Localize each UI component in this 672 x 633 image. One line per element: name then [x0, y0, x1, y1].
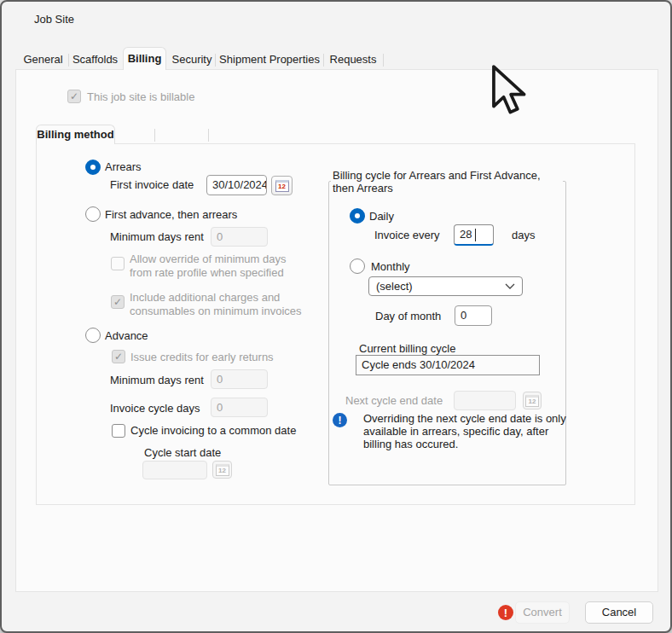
- invoice-every-suffix: days: [512, 229, 535, 241]
- day-of-month-label: Day of month: [375, 310, 441, 322]
- invoice-every-input[interactable]: 28: [454, 224, 494, 246]
- tab-separator: [215, 54, 216, 67]
- current-billing-cycle-box: Cycle ends 30/10/2024: [356, 355, 540, 375]
- mouse-cursor-icon: [489, 64, 528, 117]
- invoice-every-label: Invoice every: [374, 229, 440, 241]
- job-site-dialog: Job Site General Scaffolds Billing Secur…: [0, 0, 672, 633]
- billable-label: This job site is billable: [87, 90, 194, 103]
- tab-shipment-properties[interactable]: Shipment Properties: [217, 50, 322, 69]
- allow-override-label: Allow override of minimum days from rate…: [130, 253, 300, 279]
- arrears-radio[interactable]: [85, 160, 101, 175]
- current-billing-cycle-label: Current billing cycle: [359, 342, 455, 355]
- issue-credits-checkbox: ✓: [112, 350, 125, 363]
- tab-security[interactable]: Security: [170, 50, 214, 69]
- tab-general[interactable]: General: [19, 50, 67, 69]
- monthly-radio[interactable]: [350, 258, 365, 274]
- cycle-invoicing-checkbox[interactable]: [112, 424, 125, 438]
- check-icon: ✓: [114, 351, 123, 362]
- check-icon: ✓: [113, 297, 122, 307]
- tab-separator: [68, 54, 69, 67]
- subtab-separator: [208, 129, 209, 142]
- cycle-start-date-label: Cycle start date: [144, 446, 221, 459]
- calendar-icon: 12: [525, 395, 539, 407]
- invoice-cycle-days-label: Invoice cycle days: [110, 402, 200, 415]
- next-cycle-end-date-label: Next cycle end date: [345, 394, 443, 407]
- tab-scaffolds[interactable]: Scaffolds: [70, 50, 120, 69]
- first-advance-label: First advance, then arrears: [105, 208, 237, 221]
- issue-credits-label: Issue credits for early returns: [130, 351, 274, 363]
- daily-label: Daily: [369, 210, 394, 223]
- invoice-every-value: 28: [460, 228, 472, 241]
- chevron-down-icon: [505, 283, 515, 289]
- convert-button: Convert: [515, 601, 570, 624]
- arrears-label: Arrears: [105, 160, 142, 173]
- first-invoice-date-label: First invoice date: [110, 178, 194, 191]
- text-caret: [475, 229, 476, 241]
- minimum-days-rent-label: Minimum days rent: [110, 230, 204, 243]
- window-title: Job Site: [34, 13, 74, 26]
- calendar-icon: 12: [216, 464, 229, 476]
- cycle-invoicing-label: Cycle invoicing to a common date: [130, 424, 296, 437]
- month-select-value: (select): [376, 280, 413, 293]
- day-of-month-input[interactable]: 0: [455, 305, 492, 326]
- subtab-separator: [154, 129, 155, 142]
- info-icon: !: [333, 413, 347, 427]
- first-invoice-date-input[interactable]: 30/10/2024: [206, 175, 267, 195]
- next-cycle-end-date-calendar-button: 12: [523, 392, 542, 409]
- error-icon: !: [498, 605, 513, 620]
- minimum-days-rent-input: 0: [211, 227, 268, 247]
- invoice-cycle-days-input: 0: [211, 398, 268, 417]
- tab-separator: [383, 54, 384, 67]
- billing-cycle-group-title: Billing cycle for Arrears and First Adva…: [331, 169, 563, 195]
- include-additional-label: Include additional charges and consumabl…: [130, 291, 304, 317]
- cycle-start-date-calendar-button: 12: [212, 461, 232, 479]
- cancel-button[interactable]: Cancel: [585, 601, 653, 624]
- minimum-days-rent2-label: Minimum days rent: [110, 374, 204, 386]
- first-advance-radio[interactable]: [85, 206, 101, 222]
- allow-override-checkbox: [111, 257, 125, 270]
- error-glyph: !: [504, 607, 507, 619]
- advance-radio[interactable]: [85, 328, 101, 343]
- billable-checkbox: ✓: [67, 90, 81, 103]
- minimum-days-rent2-input: 0: [211, 369, 268, 389]
- tab-separator: [323, 54, 324, 67]
- override-info-text: Overriding the next cycle end date is on…: [363, 412, 570, 451]
- next-cycle-end-date-input: [454, 391, 516, 410]
- daily-radio[interactable]: [350, 208, 365, 224]
- first-invoice-date-calendar-button[interactable]: 12: [271, 176, 293, 195]
- subtab-billing-method[interactable]: Billing method: [36, 125, 115, 144]
- monthly-label: Monthly: [371, 260, 410, 273]
- tab-billing[interactable]: Billing: [123, 47, 166, 70]
- info-glyph: !: [339, 415, 342, 427]
- check-icon: ✓: [70, 91, 78, 102]
- calendar-icon: 12: [275, 180, 289, 192]
- advance-label: Advance: [105, 329, 148, 342]
- month-select-dropdown[interactable]: (select): [368, 276, 523, 296]
- cycle-start-date-input: [142, 461, 207, 479]
- tab-requests[interactable]: Requests: [325, 50, 381, 69]
- include-additional-checkbox: ✓: [111, 295, 125, 309]
